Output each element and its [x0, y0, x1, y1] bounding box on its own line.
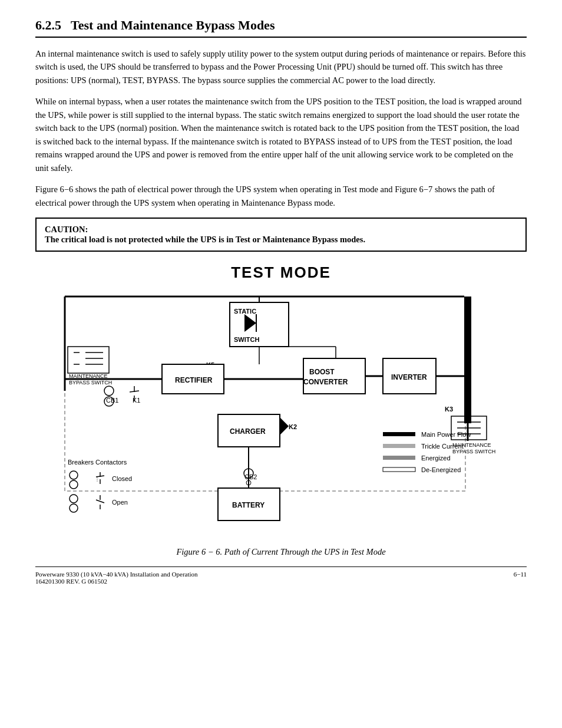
svg-text:K2: K2	[289, 423, 297, 430]
svg-text:Closed: Closed	[112, 475, 132, 482]
svg-text:SWITCH: SWITCH	[234, 336, 259, 343]
caution-text: The critical load is not protected while…	[45, 235, 517, 245]
svg-text:BATTERY: BATTERY	[232, 501, 265, 509]
svg-text:STATIC: STATIC	[234, 308, 256, 315]
svg-text:BYPASS SWITCH: BYPASS SWITCH	[452, 449, 495, 454]
svg-rect-54	[383, 456, 415, 460]
svg-line-62	[96, 476, 104, 477]
svg-point-59	[70, 471, 78, 479]
svg-text:MAINTENANCE: MAINTENANCE	[69, 373, 108, 379]
svg-text:Main Power Flow: Main Power Flow	[421, 431, 471, 438]
caution-box: CAUTION: The critical load is not protec…	[35, 218, 527, 252]
footer-page-number: 6−11	[514, 571, 527, 585]
svg-point-60	[70, 480, 78, 489]
figure-caption: Figure 6 − 6. Path of Current Through th…	[35, 547, 527, 557]
svg-rect-1	[464, 297, 471, 423]
paragraph-1: An internal maintenance switch is used t…	[35, 47, 527, 87]
svg-text:Open: Open	[112, 499, 128, 506]
svg-text:Energized: Energized	[421, 454, 451, 462]
svg-rect-18	[303, 358, 365, 394]
svg-text:K1: K1	[133, 397, 140, 404]
paragraph-2: While on internal bypass, when a user ro…	[35, 95, 527, 174]
svg-rect-4	[68, 347, 109, 373]
caution-label: CAUTION:	[45, 225, 517, 235]
svg-text:BOOST: BOOST	[309, 368, 335, 376]
svg-point-37	[104, 386, 114, 396]
svg-line-69	[96, 500, 104, 503]
svg-rect-56	[383, 467, 415, 472]
ups-diagram: K5 STATIC SWITCH RECTIFIER BOOST CONVERT…	[35, 288, 530, 541]
svg-text:CHARGER: CHARGER	[230, 427, 266, 436]
footer-left: Powerware 9330 (10 kVA−40 kVA) Installat…	[35, 571, 198, 585]
svg-rect-50	[383, 432, 415, 436]
svg-point-66	[70, 495, 78, 503]
svg-text:De-Energized: De-Energized	[421, 466, 461, 473]
svg-marker-26	[280, 417, 289, 435]
svg-point-67	[70, 504, 78, 512]
paragraph-3: Figure 6−6 shows the path of electrical …	[35, 183, 527, 209]
svg-text:Breakers  Contactors: Breakers Contactors	[68, 459, 127, 466]
svg-line-40	[130, 391, 139, 392]
svg-text:MAINTENANCE: MAINTENANCE	[452, 442, 491, 448]
section-title: 6.2.5 Test and Maintenance Bypass Modes	[35, 18, 527, 38]
diagram-title: TEST MODE	[35, 263, 527, 282]
svg-text:INVERTER: INVERTER	[391, 373, 427, 381]
svg-text:RECTIFIER: RECTIFIER	[175, 376, 213, 384]
svg-text:CONVERTER: CONVERTER	[303, 378, 348, 386]
svg-text:K3: K3	[445, 406, 453, 413]
svg-rect-52	[383, 444, 415, 448]
footer: Powerware 9330 (10 kVA−40 kVA) Installat…	[35, 566, 527, 585]
svg-text:CB2: CB2	[244, 473, 257, 480]
svg-text:BYPASS SWITCH: BYPASS SWITCH	[69, 380, 112, 386]
